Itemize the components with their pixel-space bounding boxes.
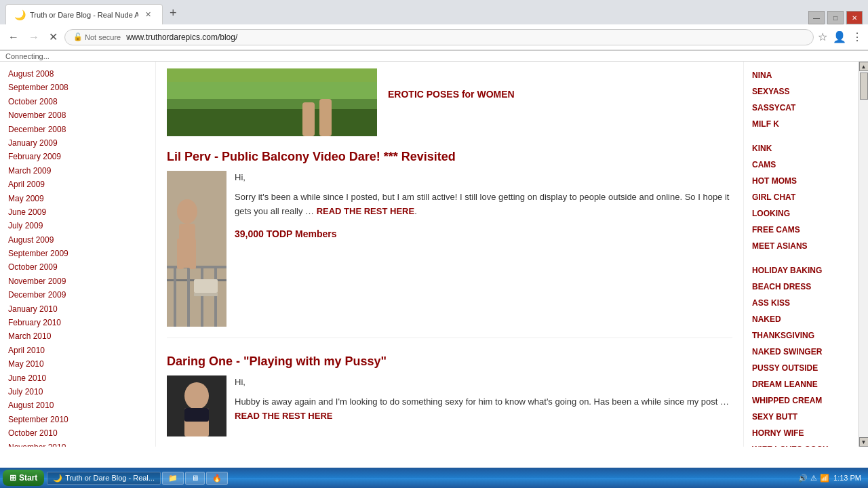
back-button[interactable]: ← bbox=[5, 28, 22, 46]
sidebar-link-december-2008[interactable]: December 2008 bbox=[8, 123, 147, 136]
right-sidebar-link-hot-moms[interactable]: HOT MOMS bbox=[752, 173, 850, 189]
scrollbar-track[interactable]: ▲ ▼ bbox=[859, 62, 868, 447]
sidebar-link-march-2010[interactable]: March 2010 bbox=[8, 329, 147, 343]
right-sidebar-link-girl-chat[interactable]: GIRL CHAT bbox=[752, 189, 850, 205]
right-sidebar-link-wife-loves-cock[interactable]: WIFE LOVES COCK bbox=[752, 441, 850, 447]
post-balcony-title[interactable]: Lil Perv - Public Balcony Video Dare! **… bbox=[167, 150, 732, 164]
maximize-button[interactable]: □ bbox=[827, 11, 844, 24]
sidebar-link-february-2010[interactable]: February 2010 bbox=[8, 316, 147, 329]
right-sidebar: NINASEXYASSSASSYCATMILF KKINKCAMSHOT MOM… bbox=[743, 62, 859, 447]
scrollbar-up-button[interactable]: ▲ bbox=[859, 62, 869, 71]
right-sidebar-link-naked-swinger[interactable]: NAKED SWINGER bbox=[752, 344, 850, 360]
right-sidebar-link-horny-wife[interactable]: HORNY WIFE bbox=[752, 425, 850, 441]
sidebar-link-april-2010[interactable]: April 2010 bbox=[8, 344, 147, 357]
active-tab[interactable]: 🌙 Truth or Dare Blog - Real Nude Ama... … bbox=[5, 4, 163, 24]
scrollbar-thumb[interactable] bbox=[860, 73, 868, 100]
right-sidebar-link-nina[interactable]: NINA bbox=[752, 67, 850, 83]
sidebar-link-october-2008[interactable]: October 2008 bbox=[8, 95, 147, 108]
nav-icons: ☆ 👤 ⋮ bbox=[818, 30, 863, 43]
sidebar-link-january-2009[interactable]: January 2009 bbox=[8, 136, 147, 150]
post-pussy-read-more[interactable]: READ THE REST HERE bbox=[235, 411, 332, 421]
right-sidebar-divider bbox=[752, 254, 850, 262]
not-secure-indicator: Not secure bbox=[73, 33, 121, 41]
menu-button[interactable]: ⋮ bbox=[852, 30, 863, 43]
reload-button[interactable]: ✕ bbox=[46, 28, 60, 46]
svg-rect-14 bbox=[194, 293, 218, 296]
bookmark-star-button[interactable]: ☆ bbox=[818, 30, 827, 43]
sidebar-link-february-2009[interactable]: February 2009 bbox=[8, 150, 147, 163]
right-sidebar-link-milf-k[interactable]: MILF K bbox=[752, 116, 850, 132]
svg-rect-4 bbox=[302, 102, 315, 136]
right-sidebar-link-sexyass[interactable]: SEXYASS bbox=[752, 83, 850, 100]
url-display: www.truthordarepics.com/blog/ bbox=[126, 33, 237, 42]
sidebar-link-september-2009[interactable]: September 2009 bbox=[8, 247, 147, 260]
sidebar-link-november-2008[interactable]: November 2008 bbox=[8, 108, 147, 122]
right-sidebar-link-pussy-outside[interactable]: PUSSY OUTSIDE bbox=[752, 360, 850, 376]
post-pussy-greeting: Hi, bbox=[235, 375, 732, 390]
sidebar-link-april-2009[interactable]: April 2009 bbox=[8, 178, 147, 191]
profile-button[interactable]: 👤 bbox=[833, 30, 846, 43]
sidebar-link-november-2009[interactable]: November 2009 bbox=[8, 274, 147, 288]
window-controls: — □ ✕ bbox=[808, 11, 863, 24]
post-pussy-content: Hubby is away again and I'm looking to d… bbox=[235, 395, 732, 424]
right-sidebar-link-beach-dress[interactable]: BEACH DRESS bbox=[752, 279, 850, 295]
right-sidebar-link-dream-leanne[interactable]: DREAM LEANNE bbox=[752, 376, 850, 392]
tab-close-button[interactable]: ✕ bbox=[142, 9, 154, 20]
scrollbar-down-button[interactable]: ▼ bbox=[859, 437, 869, 447]
sidebar-link-september-2008[interactable]: September 2008 bbox=[8, 81, 147, 94]
close-window-button[interactable]: ✕ bbox=[846, 11, 863, 24]
sidebar-link-august-2008[interactable]: August 2008 bbox=[8, 67, 147, 81]
svg-rect-9 bbox=[174, 266, 176, 327]
post-pussy-title[interactable]: Daring One - "Playing with my Pussy" bbox=[167, 354, 732, 369]
sidebar-link-january-2010[interactable]: January 2010 bbox=[8, 302, 147, 316]
tab-bar: 🌙 Truth or Dare Blog - Real Nude Ama... … bbox=[0, 0, 868, 24]
sidebar-link-august-2010[interactable]: August 2010 bbox=[8, 399, 147, 412]
sidebar-links-container: August 2008September 2008October 2008Nov… bbox=[8, 67, 147, 447]
sidebar-link-march-2009[interactable]: March 2009 bbox=[8, 164, 147, 178]
svg-point-20 bbox=[184, 382, 209, 409]
sidebar-link-may-2010[interactable]: May 2010 bbox=[8, 357, 147, 371]
sidebar-link-june-2010[interactable]: June 2010 bbox=[8, 371, 147, 385]
sidebar-link-june-2009[interactable]: June 2009 bbox=[8, 205, 147, 219]
post-pussy: Daring One - "Playing with my Pussy" Hi,… bbox=[167, 354, 732, 447]
post-pussy-image bbox=[167, 375, 226, 436]
svg-rect-13 bbox=[194, 279, 218, 293]
sidebar-link-december-2009[interactable]: December 2009 bbox=[8, 288, 147, 302]
right-sidebar-link-whipped-cream[interactable]: WHIPPED CREAM bbox=[752, 392, 850, 409]
right-sidebar-link-meet-asians[interactable]: MEET ASIANS bbox=[752, 238, 850, 254]
right-sidebar-link-ass-kiss[interactable]: ASS KISS bbox=[752, 295, 850, 311]
right-sidebar-link-looking[interactable]: LOOKING bbox=[752, 205, 850, 222]
sidebar-link-july-2009[interactable]: July 2009 bbox=[8, 219, 147, 232]
post-balcony-read-more[interactable]: READ THE REST HERE bbox=[317, 206, 414, 216]
member-count: 39,000 TODP Members bbox=[235, 226, 732, 241]
sidebar-link-october-2009[interactable]: October 2009 bbox=[8, 260, 147, 274]
post-balcony-content: Sorry it's been a while since I posted, … bbox=[235, 190, 732, 219]
post-balcony-greeting: Hi, bbox=[235, 171, 732, 185]
post-balcony-image bbox=[167, 171, 226, 327]
right-sidebar-link-holiday-baking[interactable]: HOLIDAY BAKING bbox=[752, 262, 850, 279]
right-sidebar-link-thanksgiving[interactable]: THANKSGIVING bbox=[752, 327, 850, 344]
forward-button[interactable]: → bbox=[26, 28, 42, 46]
sidebar-link-august-2009[interactable]: August 2009 bbox=[8, 233, 147, 247]
main-content: EROTIC POSES for WOMEN Lil Perv - Public… bbox=[156, 62, 743, 447]
sidebar-link-october-2010[interactable]: October 2010 bbox=[8, 426, 147, 440]
address-bar[interactable]: Not secure www.truthordarepics.com/blog/ bbox=[64, 29, 814, 45]
right-sidebar-link-cams[interactable]: CAMS bbox=[752, 157, 850, 173]
sidebar-link-may-2009[interactable]: May 2009 bbox=[8, 192, 147, 205]
new-tab-button[interactable]: + bbox=[163, 2, 184, 24]
top-post-image bbox=[167, 68, 377, 136]
nav-bar: ← → ✕ Not secure www.truthordarepics.com… bbox=[0, 24, 868, 50]
right-sidebar-link-free-cams[interactable]: FREE CAMS bbox=[752, 222, 850, 238]
right-sidebar-link-naked[interactable]: NAKED bbox=[752, 311, 850, 327]
sidebar-link-september-2010[interactable]: September 2010 bbox=[8, 413, 147, 426]
sidebar-link-november-2010[interactable]: November 2010 bbox=[8, 441, 147, 447]
sidebar-link-july-2010[interactable]: July 2010 bbox=[8, 385, 147, 399]
minimize-button[interactable]: — bbox=[808, 11, 825, 24]
browser-chrome: 🌙 Truth or Dare Blog - Real Nude Ama... … bbox=[0, 0, 868, 51]
svg-rect-10 bbox=[187, 266, 190, 327]
erotic-poses-link[interactable]: EROTIC POSES for WOMEN bbox=[388, 89, 515, 100]
right-sidebar-link-kink[interactable]: KINK bbox=[752, 140, 850, 157]
right-sidebar-link-sassycat[interactable]: SASSYCAT bbox=[752, 100, 850, 116]
right-sidebar-divider bbox=[752, 132, 850, 140]
right-sidebar-link-sexy-butt[interactable]: SEXY BUTT bbox=[752, 409, 850, 425]
